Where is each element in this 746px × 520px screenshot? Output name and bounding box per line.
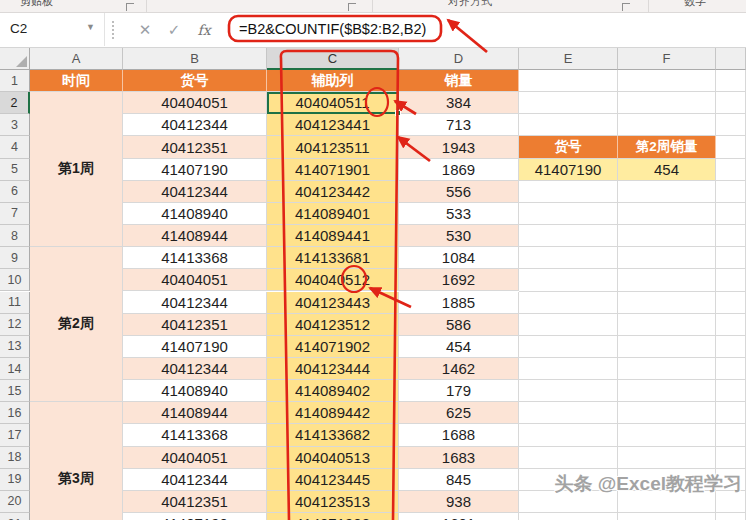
formula-bar-handle[interactable] [112,21,114,39]
lookup-item-header[interactable]: 货号 [519,136,618,158]
cell-c11[interactable]: 404123443 [267,292,399,314]
cell-b12[interactable]: 40412351 [123,314,267,336]
merged-cell-week-1[interactable]: 第1周 [30,92,123,247]
cell-c19[interactable]: 404123445 [267,469,399,491]
column-header-a[interactable]: A [30,48,123,70]
row-header-9[interactable]: 9 [0,247,30,269]
column-header-partial[interactable] [716,48,746,70]
cell-d7[interactable]: 533 [399,203,519,225]
cell-b21[interactable]: 41407190 [123,513,267,520]
cell-d2[interactable]: 384 [399,92,519,114]
row-header-2[interactable]: 2 [0,92,30,114]
formula-input[interactable]: =B2&COUNTIF($B$2:B2,B2) [239,21,426,37]
row-header-14[interactable]: 14 [0,358,30,380]
cell-c16[interactable]: 414089442 [267,402,399,424]
cell-b13[interactable]: 41407190 [123,336,267,358]
cell-b15[interactable]: 41408940 [123,380,267,402]
cell-d19[interactable]: 845 [399,469,519,491]
cell-c18[interactable]: 404040513 [267,447,399,469]
merged-cell-week-2[interactable]: 第2周 [30,247,123,402]
cell-b10[interactable]: 40404051 [123,269,267,291]
row-header-7[interactable]: 7 [0,203,30,225]
lookup-sales-header[interactable]: 第2周销量 [618,136,716,158]
cell-d13[interactable]: 454 [399,336,519,358]
cell-b4[interactable]: 40412351 [123,136,267,158]
cell-d6[interactable]: 556 [399,181,519,203]
cell-d3[interactable]: 713 [399,114,519,136]
cell-b20[interactable]: 40412351 [123,491,267,513]
row-header-15[interactable]: 15 [0,380,30,402]
chevron-down-icon[interactable]: ▼ [86,22,95,32]
cell-c10[interactable]: 404040512 [267,269,399,291]
cell-c14[interactable]: 404123444 [267,358,399,380]
cell-d8[interactable]: 530 [399,225,519,247]
dialog-launcher-icon[interactable] [622,3,630,11]
cell-c9[interactable]: 414133681 [267,247,399,269]
cell-b18[interactable]: 40404051 [123,447,267,469]
lookup-item-value[interactable]: 41407190 [519,159,618,181]
row-header-10[interactable]: 10 [0,269,30,291]
cell-d20[interactable]: 938 [399,491,519,513]
cell-b7[interactable]: 41408940 [123,203,267,225]
column-header-b[interactable]: B [123,48,267,70]
row-header-12[interactable]: 12 [0,314,30,336]
row-header-1[interactable]: 1 [0,70,30,92]
row-header-18[interactable]: 18 [0,447,30,469]
cell-b16[interactable]: 41408944 [123,402,267,424]
row-header-21[interactable]: 21 [0,513,30,520]
row-header-8[interactable]: 8 [0,225,30,247]
cell-c7[interactable]: 414089401 [267,203,399,225]
cell-d9[interactable]: 1084 [399,247,519,269]
dialog-launcher-icon[interactable] [126,3,134,11]
row-header-6[interactable]: 6 [0,181,30,203]
cell-c1-helper-header[interactable]: 辅助列 [267,70,399,92]
lookup-sales-value[interactable]: 454 [618,159,716,181]
enter-icon[interactable]: ✓ [161,13,187,46]
merged-cell-week-3[interactable]: 第3周 [30,402,123,520]
cell-d10[interactable]: 1692 [399,269,519,291]
row-header-3[interactable]: 3 [0,114,30,136]
dialog-launcher-icon[interactable] [348,3,356,11]
cancel-icon[interactable]: ✕ [132,13,158,46]
name-box[interactable]: C2 ▼ [0,13,105,46]
cell-c15[interactable]: 414089402 [267,380,399,402]
cell-d14[interactable]: 1462 [399,358,519,380]
cell-c8[interactable]: 414089441 [267,225,399,247]
row-header-16[interactable]: 16 [0,402,30,424]
cell-b14[interactable]: 40412344 [123,358,267,380]
cell-d11[interactable]: 1885 [399,292,519,314]
cell-d12[interactable]: 586 [399,314,519,336]
cell-b6[interactable]: 40412344 [123,181,267,203]
cell-b1-item-header[interactable]: 货号 [123,70,267,92]
cell-c20[interactable]: 404123513 [267,491,399,513]
cell-c3[interactable]: 404123441 [267,114,399,136]
row-header-19[interactable]: 19 [0,469,30,491]
column-header-d[interactable]: D [399,48,519,70]
cell-b3[interactable]: 40412344 [123,114,267,136]
cell-c4[interactable]: 404123511 [267,136,399,158]
cell-b5[interactable]: 41407190 [123,159,267,181]
cell-c17[interactable]: 414133682 [267,424,399,446]
cell-d16[interactable]: 625 [399,402,519,424]
row-header-11[interactable]: 11 [0,292,30,314]
column-header-f[interactable]: F [618,48,716,70]
cell-b8[interactable]: 41408944 [123,225,267,247]
cell-b9[interactable]: 41413368 [123,247,267,269]
column-header-c[interactable]: C [267,48,399,70]
cell-b19[interactable]: 40412344 [123,469,267,491]
cell-d1-sales-header[interactable]: 销量 [399,70,519,92]
cell-c12[interactable]: 404123512 [267,314,399,336]
cell-b11[interactable]: 40412344 [123,292,267,314]
fill-handle[interactable] [395,110,401,116]
cell-b17[interactable]: 41413368 [123,424,267,446]
row-header-13[interactable]: 13 [0,336,30,358]
cell-d17[interactable]: 1688 [399,424,519,446]
cell-c6[interactable]: 404123442 [267,181,399,203]
cell-a1-time-header[interactable]: 时间 [30,70,123,92]
cell-d21[interactable]: 1601 [399,513,519,520]
cell-d4[interactable]: 1943 [399,136,519,158]
cell-c21[interactable]: 414071903 [267,513,399,520]
cell-d15[interactable]: 179 [399,380,519,402]
row-header-4[interactable]: 4 [0,136,30,158]
cell-c13[interactable]: 414071902 [267,336,399,358]
